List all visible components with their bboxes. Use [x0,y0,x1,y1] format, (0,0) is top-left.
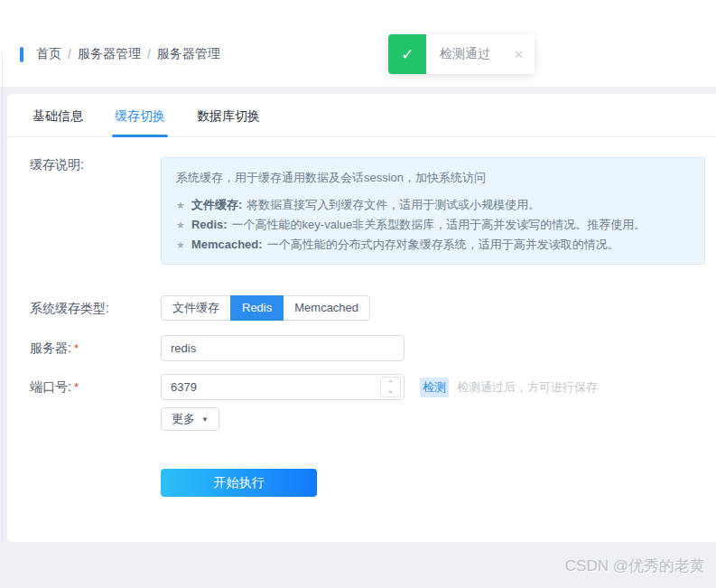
cache-option-desc: 将数据直接写入到缓存文件，适用于测试或小规模使用。 [246,198,540,211]
success-toast: ✓ 检测通过 ✕ [388,34,535,74]
check-link[interactable]: 检测 [420,378,449,397]
check-icon: ✓ [401,45,414,64]
check-hint-text: 检测通过后，方可进行保存 [457,379,598,396]
success-check-icon: ✓ [388,34,426,74]
port-row: 端口号:* ⌃ ⌄ 检测 检测通过后，方可进行保存 [30,374,705,400]
more-row: 更多 ▼ [30,407,705,431]
number-stepper[interactable]: ⌃ ⌄ [380,377,401,397]
breadcrumb-separator: / [68,47,71,61]
cache-type-option-redis[interactable]: Redis [230,295,284,321]
tab-bar: 基础信息 缓存切换 数据库切换 [7,94,716,137]
cache-description-row: 缓存说明: 系统缓存，用于缓存通用数据及会话session，加快系统访问 ★文件… [30,157,705,265]
start-execute-button[interactable]: 开始执行 [161,469,317,497]
cache-option-redis-desc: ★Redis:一个高性能的key-value非关系型数据库，适用于高并发读写的情… [176,215,690,235]
port-label-text: 端口号: [30,379,71,394]
breadcrumb-item-current: 服务器管理 [157,46,220,62]
cache-option-file-desc: ★文件缓存:将数据直接写入到缓存文件，适用于测试或小规模使用。 [176,195,690,215]
cache-description-label: 缓存说明: [30,157,161,173]
cache-option-desc: 一个高性能的分布式内存对象缓存系统，适用于高并发读取的情况。 [267,238,619,251]
caret-down-icon: ▼ [201,415,209,424]
breadcrumb: 首页 / 服务器管理 / 服务器管理 [20,46,220,62]
submit-row: 开始执行 [30,469,705,497]
header-bar: 首页 / 服务器管理 / 服务器管理 [0,0,716,87]
star-icon: ★ [176,200,185,210]
cache-description-infobox: 系统缓存，用于缓存通用数据及会话session，加快系统访问 ★文件缓存:将数据… [161,157,705,265]
cache-type-option-memcached[interactable]: Memcached [283,295,370,321]
close-icon[interactable]: ✕ [514,48,524,61]
cache-type-row: 系统缓存类型: 文件缓存 Redis Memcached [30,295,705,321]
tab-cache-switch[interactable]: 缓存切换 [112,108,168,136]
cache-option-desc: 一个高性能的key-value非关系型数据库，适用于高并发读写的情况。推荐使用。 [232,218,646,231]
port-number-input-wrap: ⌃ ⌄ [161,374,404,400]
cache-type-option-file[interactable]: 文件缓存 [161,295,231,321]
breadcrumb-item-server-management[interactable]: 服务器管理 [78,46,141,62]
tab-basic-info[interactable]: 基础信息 [30,108,86,136]
server-row: 服务器:* [30,335,705,361]
breadcrumb-item-home[interactable]: 首页 [36,46,61,62]
cache-option-name: Memcached: [191,238,263,251]
port-input[interactable] [161,374,404,400]
more-dropdown-button[interactable]: 更多 ▼ [161,407,219,431]
stepper-down-icon[interactable]: ⌄ [387,387,395,394]
server-input[interactable] [161,335,404,361]
breadcrumb-separator: / [147,47,151,61]
cache-option-name: 文件缓存: [191,198,242,211]
star-icon: ★ [176,219,185,230]
content-card: 基础信息 缓存切换 数据库切换 缓存说明: 系统缓存，用于缓存通用数据及会话se… [7,94,716,542]
breadcrumb-accent-bar [20,47,23,62]
cache-type-label: 系统缓存类型: [30,295,161,321]
tab-database-switch[interactable]: 数据库切换 [194,108,263,136]
star-icon: ★ [176,239,185,250]
more-button-label: 更多 [172,411,195,427]
watermark: CSDN @优秀的老黄 [565,555,705,576]
cache-option-name: Redis: [191,218,228,231]
port-label: 端口号:* [30,374,161,400]
cache-option-memcached-desc: ★Memcached:一个高性能的分布式内存对象缓存系统，适用于高并发读取的情况… [176,235,690,255]
required-asterisk: * [74,380,79,394]
toast-message: 检测通过 [440,46,490,62]
required-asterisk: * [74,341,79,355]
cache-intro-text: 系统缓存，用于缓存通用数据及会话session，加快系统访问 [176,168,690,187]
cache-type-button-group: 文件缓存 Redis Memcached [161,295,370,321]
server-label-text: 服务器: [30,341,71,355]
server-label: 服务器:* [30,335,161,361]
page-left-border [2,52,3,542]
